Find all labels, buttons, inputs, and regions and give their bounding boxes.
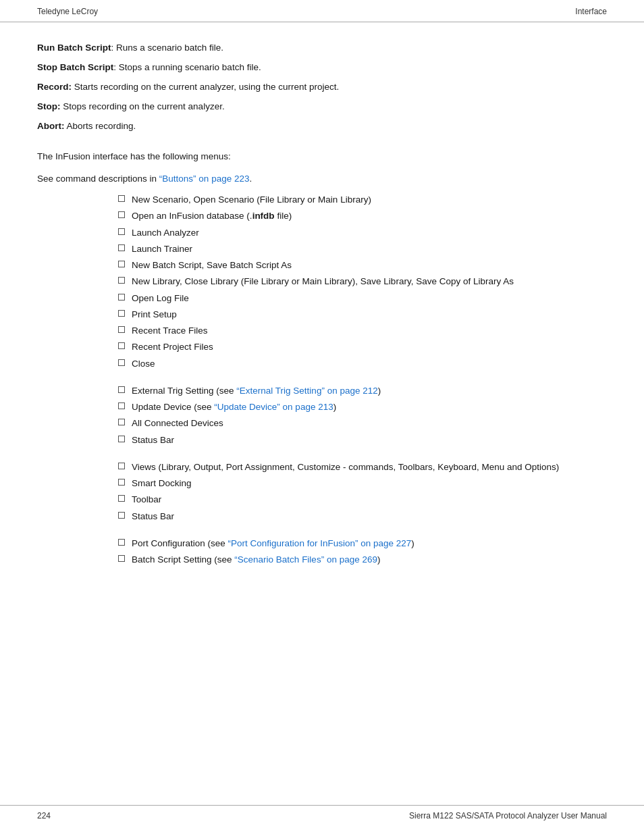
bullet-icon bbox=[118, 326, 125, 333]
bullet-icon bbox=[118, 211, 125, 218]
footer-page-number: 224 bbox=[37, 811, 51, 820]
run-batch-script-para: Run Batch Script: Runs a scenario batch … bbox=[37, 43, 607, 53]
bullet-icon bbox=[118, 463, 125, 469]
list-item: Open an InFusion database (.infdb file) bbox=[118, 209, 607, 223]
bullet-icon bbox=[118, 294, 125, 301]
list-item: All Connected Devices bbox=[118, 417, 607, 430]
list-item-text: Batch Script Setting (see “Scenario Batc… bbox=[132, 553, 380, 567]
bullet-icon bbox=[118, 195, 125, 202]
list-item: Recent Trace Files bbox=[118, 324, 607, 338]
list-item-text: Status Bar bbox=[132, 434, 174, 447]
list-item-text: Status Bar bbox=[132, 510, 174, 523]
list-item-text: Open Log File bbox=[132, 292, 189, 305]
list-item-text: Recent Trace Files bbox=[132, 324, 208, 338]
list-item: Print Setup bbox=[118, 308, 607, 321]
abort-para: Abort: Aborts recording. bbox=[37, 121, 607, 131]
intro-text: The InFusion interface has the following… bbox=[37, 151, 607, 161]
footer-title: Sierra M122 SAS/SATA Protocol Analyzer U… bbox=[409, 811, 607, 820]
list-item-text: Toolbar bbox=[132, 493, 161, 506]
bullet-icon bbox=[118, 512, 125, 519]
list-item-text: External Trig Setting (see “External Tri… bbox=[132, 384, 381, 398]
bullet-icon bbox=[118, 539, 125, 546]
settings-menu-list: Port Configuration (see “Port Configurat… bbox=[118, 537, 607, 567]
list-item-text: Print Setup bbox=[132, 308, 177, 321]
list-item-text: Close bbox=[132, 357, 155, 371]
list-item: Recent Project Files bbox=[118, 340, 607, 354]
list-item-text: Launch Analyzer bbox=[132, 226, 199, 240]
update-device-link[interactable]: “Update Device” on page 213 bbox=[214, 402, 333, 412]
bullet-icon bbox=[118, 555, 125, 562]
see-command-prefix: See command descriptions in bbox=[37, 174, 159, 184]
view-menu-list: Views (Library, Output, Port Assignment,… bbox=[118, 461, 607, 523]
file-menu-list: New Scenario, Open Scenario (File Librar… bbox=[118, 193, 607, 371]
external-trig-link[interactable]: “External Trig Setting” on page 212 bbox=[236, 386, 377, 396]
list-item-text: Update Device (see “Update Device” on pa… bbox=[132, 400, 336, 414]
list-item-text: Launch Trainer bbox=[132, 242, 192, 256]
abort-text: Aborts recording. bbox=[65, 121, 136, 131]
list-item: New Library, Close Library (File Library… bbox=[118, 275, 607, 288]
list-item: Batch Script Setting (see “Scenario Batc… bbox=[118, 553, 607, 567]
list-item: Launch Analyzer bbox=[118, 226, 607, 240]
bullet-icon bbox=[118, 419, 125, 425]
stop-para: Stop: Stops recording on the current ana… bbox=[37, 101, 607, 111]
list-item: Smart Docking bbox=[118, 477, 607, 490]
infdb-bold: infdb bbox=[252, 211, 275, 221]
list-item: Launch Trainer bbox=[118, 242, 607, 256]
device-menu-list: External Trig Setting (see “External Tri… bbox=[118, 384, 607, 447]
record-text: Starts recording on the current analyzer… bbox=[72, 82, 339, 92]
list-item: Open Log File bbox=[118, 292, 607, 305]
see-command-suffix: . bbox=[249, 174, 252, 184]
bullet-icon bbox=[118, 436, 125, 442]
abort-term: Abort: bbox=[37, 121, 65, 131]
list-item: External Trig Setting (see “External Tri… bbox=[118, 384, 607, 398]
list-item-text: Open an InFusion database (.infdb file) bbox=[132, 209, 292, 223]
bullet-icon bbox=[118, 342, 125, 349]
list-item-text: Recent Project Files bbox=[132, 340, 213, 354]
list-item-text: Port Configuration (see “Port Configurat… bbox=[132, 537, 414, 550]
stop-batch-script-text: : Stops a running scenario batch file. bbox=[113, 62, 261, 72]
bullet-icon bbox=[118, 261, 125, 267]
list-item: Update Device (see “Update Device” on pa… bbox=[118, 400, 607, 414]
port-config-link[interactable]: “Port Configuration for InFusion” on pag… bbox=[228, 538, 412, 548]
buttons-link[interactable]: “Buttons” on page 223 bbox=[159, 174, 250, 184]
list-item: New Scenario, Open Scenario (File Librar… bbox=[118, 193, 607, 207]
run-batch-script-text: : Runs a scenario batch file. bbox=[111, 43, 224, 53]
list-item: Close bbox=[118, 357, 607, 371]
stop-batch-script-term: Stop Batch Script bbox=[37, 62, 113, 72]
page: Teledyne LeCroy Interface Run Batch Scri… bbox=[0, 0, 644, 834]
batch-script-link[interactable]: “Scenario Batch Files” on page 269 bbox=[234, 554, 377, 565]
bullet-icon bbox=[118, 277, 125, 284]
bullet-icon bbox=[118, 402, 125, 409]
page-header: Teledyne LeCroy Interface bbox=[0, 0, 644, 22]
bullet-icon bbox=[118, 479, 125, 486]
bullet-icon bbox=[118, 228, 125, 235]
header-left: Teledyne LeCroy bbox=[37, 7, 98, 16]
bullet-icon bbox=[118, 386, 125, 393]
run-batch-script-term: Run Batch Script bbox=[37, 43, 111, 53]
list-item: Views (Library, Output, Port Assignment,… bbox=[118, 461, 607, 474]
list-item-text: Views (Library, Output, Port Assignment,… bbox=[132, 461, 559, 474]
list-item-text: Smart Docking bbox=[132, 477, 192, 490]
list-item: Status Bar bbox=[118, 510, 607, 523]
list-item-text: New Batch Script, Save Batch Script As bbox=[132, 259, 292, 272]
list-item: Status Bar bbox=[118, 434, 607, 447]
record-term: Record: bbox=[37, 82, 72, 92]
see-command-block: See command descriptions in “Buttons” on… bbox=[37, 174, 607, 184]
header-right: Interface bbox=[575, 7, 607, 16]
page-footer: 224 Sierra M122 SAS/SATA Protocol Analyz… bbox=[0, 805, 644, 820]
bullet-icon bbox=[118, 495, 125, 502]
list-item-text: New Scenario, Open Scenario (File Librar… bbox=[132, 193, 371, 207]
stop-term: Stop: bbox=[37, 101, 61, 111]
stop-text: Stops recording on the current analyzer. bbox=[61, 101, 225, 111]
list-item-text: New Library, Close Library (File Library… bbox=[132, 275, 514, 288]
bullet-icon bbox=[118, 310, 125, 317]
list-item-text: All Connected Devices bbox=[132, 417, 223, 430]
page-content: Run Batch Script: Runs a scenario batch … bbox=[0, 22, 644, 600]
list-item: Toolbar bbox=[118, 493, 607, 506]
bullet-icon bbox=[118, 359, 125, 366]
stop-batch-script-para: Stop Batch Script: Stops a running scena… bbox=[37, 62, 607, 72]
list-item: Port Configuration (see “Port Configurat… bbox=[118, 537, 607, 550]
bullet-icon bbox=[118, 244, 125, 251]
list-item: New Batch Script, Save Batch Script As bbox=[118, 259, 607, 272]
record-para: Record: Starts recording on the current … bbox=[37, 82, 607, 92]
